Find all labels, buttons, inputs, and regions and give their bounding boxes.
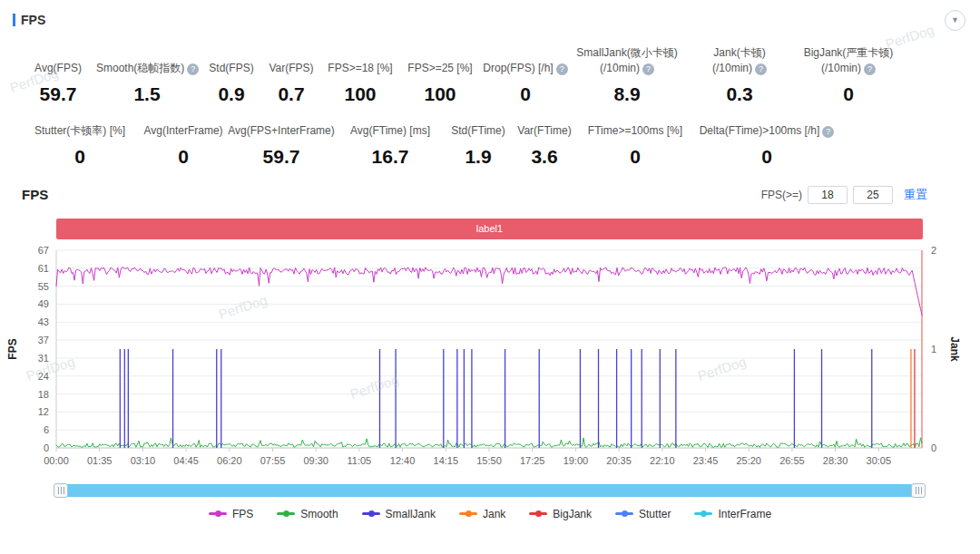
chart-zoom-scrollbar[interactable] <box>56 484 923 497</box>
legend-label: Stutter <box>639 508 671 520</box>
svg-text:55: 55 <box>38 280 49 291</box>
reset-link[interactable]: 重置 <box>904 187 927 203</box>
svg-text:37: 37 <box>38 335 49 345</box>
stat: Avg(FPS)59.7 <box>20 44 96 105</box>
fps-jank-chart[interactable]: 676155494337312418126021000:0001:3503:10… <box>0 239 980 477</box>
stat: Drop(FPS) [/h]?0 <box>477 44 573 105</box>
svg-text:49: 49 <box>38 298 49 309</box>
stat: Std(FTime)1.9 <box>445 123 512 168</box>
stat: Var(FPS)0.7 <box>265 44 318 105</box>
svg-text:15:50: 15:50 <box>476 455 502 466</box>
legend-label: FPS <box>232 508 253 520</box>
stats-row-2: Stutter(卡顿率) [%]0Avg(InterFrame)0Avg(FPS… <box>20 123 980 168</box>
stat-label: Smooth(稳帧指数)? <box>96 44 198 76</box>
stat-value: 0 <box>693 146 840 168</box>
svg-text:6: 6 <box>44 424 49 435</box>
stat-value: 100 <box>403 83 477 105</box>
stat-value: 0 <box>477 83 573 105</box>
stat: Delta(FTime)>100ms [/h]?0 <box>693 123 840 168</box>
banner-label: label1 <box>476 223 503 234</box>
chart-title: FPS <box>22 187 48 202</box>
svg-text:24: 24 <box>38 371 49 382</box>
stat-label: Drop(FPS) [/h]? <box>477 44 573 76</box>
legend-item-interframe[interactable]: InterFrame <box>694 508 771 520</box>
svg-text:0: 0 <box>44 442 49 453</box>
stat-label: Avg(FTime) [ms] <box>336 123 445 139</box>
stat: Var(FTime)3.6 <box>512 123 577 168</box>
stat-label: SmallJank(微小卡顿)(/10min)? <box>573 44 681 76</box>
fps-threshold-label: FPS(>=) <box>761 189 802 201</box>
svg-text:31: 31 <box>38 353 49 364</box>
collapse-button[interactable]: ▼ <box>945 10 965 31</box>
stat-label: FPS>=25 [%] <box>403 44 477 76</box>
legend-marker <box>459 512 477 515</box>
svg-text:FPS: FPS <box>6 338 19 359</box>
stat-value: 59.7 <box>20 83 96 105</box>
chevron-down-icon: ▼ <box>951 15 959 24</box>
svg-text:22:10: 22:10 <box>650 455 675 466</box>
legend-marker <box>277 512 295 515</box>
section-title: FPS <box>13 13 45 27</box>
svg-text:19:00: 19:00 <box>564 455 589 466</box>
help-icon[interactable]: ? <box>642 63 654 75</box>
svg-text:Jank: Jank <box>948 336 961 362</box>
svg-text:18: 18 <box>38 388 49 399</box>
legend-label: Smooth <box>300 508 338 520</box>
stat-value: 8.9 <box>573 83 681 105</box>
stat-value: 0.7 <box>265 83 318 105</box>
svg-text:09:30: 09:30 <box>303 455 328 466</box>
stat-label: FTime>=100ms [%] <box>577 123 693 139</box>
fps-threshold-high-input[interactable] <box>853 186 893 204</box>
svg-text:04:45: 04:45 <box>173 455 199 466</box>
stat: BigJank(严重卡顿)(/10min)?0 <box>799 44 898 105</box>
legend-label: Jank <box>483 508 505 520</box>
svg-text:17:25: 17:25 <box>520 455 545 466</box>
stat-value: 0 <box>799 83 898 105</box>
help-icon[interactable]: ? <box>822 126 834 138</box>
help-icon[interactable]: ? <box>755 63 767 75</box>
fps-threshold-low-input[interactable] <box>808 186 848 204</box>
svg-text:2: 2 <box>931 245 936 256</box>
stat-value: 0.9 <box>198 83 265 105</box>
legend-item-bigjank[interactable]: BigJank <box>529 508 592 520</box>
stat-value: 59.7 <box>227 146 336 168</box>
stat: Avg(InterFrame)0 <box>140 123 227 168</box>
legend-item-smalljank[interactable]: SmallJank <box>362 508 436 520</box>
stat: SmallJank(微小卡顿)(/10min)?8.9 <box>573 44 681 105</box>
legend-item-jank[interactable]: Jank <box>459 508 505 520</box>
stat-label: Avg(InterFrame) <box>140 123 227 139</box>
help-icon[interactable]: ? <box>864 63 876 75</box>
svg-text:25:20: 25:20 <box>736 455 761 466</box>
title-accent-bar <box>13 14 15 26</box>
stat-label: Std(FTime) <box>445 123 512 139</box>
stat-value: 0 <box>20 146 140 168</box>
fps-threshold-controls: FPS(>=) 重置 <box>761 186 927 204</box>
legend-marker <box>529 512 547 515</box>
legend-label: BigJank <box>553 508 592 520</box>
svg-text:23:45: 23:45 <box>693 455 719 466</box>
svg-text:11:05: 11:05 <box>348 455 372 466</box>
help-icon[interactable]: ? <box>556 63 568 75</box>
stat: FPS>=18 [%]100 <box>318 44 403 105</box>
zoom-handle-left[interactable] <box>54 483 68 498</box>
legend-item-fps[interactable]: FPS <box>209 508 253 520</box>
legend-item-stutter[interactable]: Stutter <box>615 508 671 520</box>
chart-scene-label-banner[interactable]: label1 <box>56 219 923 239</box>
stat-label: Avg(FPS+InterFrame) <box>227 123 336 139</box>
svg-text:0: 0 <box>931 442 936 453</box>
svg-text:43: 43 <box>38 316 49 327</box>
zoom-handle-right[interactable] <box>911 483 926 498</box>
stat-value: 0 <box>140 146 227 168</box>
legend-item-smooth[interactable]: Smooth <box>277 508 338 520</box>
legend-marker <box>209 512 227 515</box>
stat: Std(FPS)0.9 <box>198 44 265 105</box>
stat-label: BigJank(严重卡顿)(/10min)? <box>799 44 898 76</box>
svg-text:26:55: 26:55 <box>779 455 805 466</box>
stats-row-1: Avg(FPS)59.7Smooth(稳帧指数)?1.5Std(FPS)0.9V… <box>20 44 980 105</box>
stats-summary: Avg(FPS)59.7Smooth(稳帧指数)?1.5Std(FPS)0.9V… <box>0 31 980 168</box>
legend-marker <box>362 512 380 515</box>
svg-text:30:05: 30:05 <box>867 455 892 466</box>
stat-label: Delta(FTime)>100ms [/h]? <box>693 123 840 139</box>
page-title: FPS <box>21 13 45 27</box>
svg-text:1: 1 <box>931 344 936 355</box>
